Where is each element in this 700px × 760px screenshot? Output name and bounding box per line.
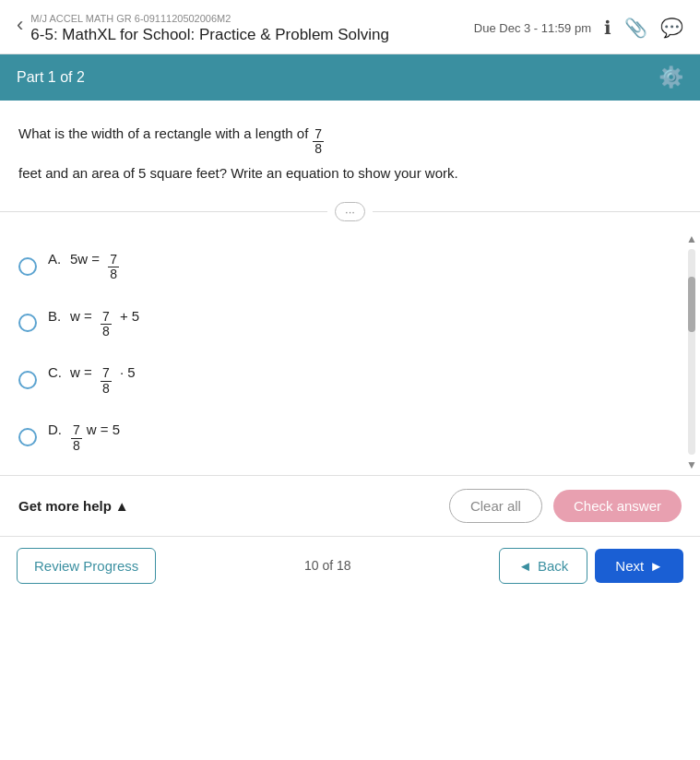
- choice-b-letter: B.: [48, 308, 65, 324]
- divider-line-right: [373, 211, 700, 212]
- next-arrow-icon: ►: [649, 558, 663, 574]
- choice-b-row[interactable]: B. w = 7 8 + 5: [18, 295, 682, 352]
- attachment-icon[interactable]: 📎: [624, 17, 647, 39]
- action-buttons: Clear all Check answer: [449, 489, 682, 523]
- review-progress-button[interactable]: Review Progress: [17, 548, 156, 584]
- fraction-denominator: 8: [313, 142, 324, 156]
- back-navigation-arrow[interactable]: ‹: [17, 15, 23, 35]
- choice-a-math: 5w = 7 8: [70, 251, 120, 282]
- settings-gear-icon[interactable]: ⚙️: [658, 65, 683, 89]
- question-area: What is the width of a rectangle with a …: [0, 101, 700, 195]
- back-button[interactable]: ◄ Back: [499, 548, 587, 584]
- action-bar: Get more help ▲ Clear all Check answer: [0, 475, 700, 536]
- due-date: Due Dec 3 - 11:59 pm: [474, 21, 591, 35]
- header-subtitle: M/J ACCEL MATH GR 6-0911120502006M2: [30, 13, 389, 24]
- choice-d-math: 7 8 w = 5: [70, 422, 120, 453]
- choice-d-letter: D.: [48, 422, 65, 437]
- question-text-after: feet and an area of 5 square feet? Write…: [18, 160, 458, 185]
- choice-c-letter: C.: [48, 364, 65, 380]
- clear-all-button[interactable]: Clear all: [449, 489, 542, 523]
- nav-buttons: ◄ Back Next ►: [499, 548, 683, 584]
- choice-a-letter: A.: [48, 251, 65, 267]
- footer-nav: Review Progress 10 of 18 ◄ Back Next ►: [0, 536, 700, 595]
- choice-b-radio[interactable]: [18, 314, 37, 332]
- info-icon[interactable]: ℹ: [604, 17, 611, 39]
- choice-a-label: A. 5w = 7 8: [48, 251, 120, 282]
- scroll-up-arrow[interactable]: ▲: [686, 232, 697, 245]
- get-more-help-label: Get more help: [18, 498, 112, 514]
- part-label: Part 1 of 2: [17, 69, 85, 86]
- fraction-numerator: 7: [313, 127, 324, 142]
- page-indicator: 10 of 18: [304, 558, 351, 573]
- question-text-before: What is the width of a rectangle with a …: [18, 121, 308, 146]
- scroll-down-arrow[interactable]: ▼: [686, 458, 697, 471]
- header-title: 6-5: MathXL for School: Practice & Probl…: [30, 26, 389, 44]
- choice-b-math: w = 7 8 + 5: [70, 308, 139, 339]
- scroll-thumb[interactable]: [688, 277, 695, 332]
- check-answer-button[interactable]: Check answer: [553, 490, 682, 522]
- question-fraction: 7 8: [313, 127, 324, 157]
- back-arrow-icon: ◄: [518, 558, 532, 574]
- header-right: Due Dec 3 - 11:59 pm ℹ 📎 💬: [474, 13, 683, 39]
- next-label: Next: [615, 558, 644, 574]
- header-title-group: M/J ACCEL MATH GR 6-0911120502006M2 6-5:…: [30, 13, 389, 44]
- scroll-track[interactable]: [688, 249, 695, 455]
- choice-d-row[interactable]: D. 7 8 w = 5: [18, 409, 682, 466]
- choice-d-label: D. 7 8 w = 5: [48, 422, 120, 453]
- back-label: Back: [538, 558, 568, 574]
- choice-c-radio[interactable]: [18, 371, 37, 389]
- choice-b-label: B. w = 7 8 + 5: [48, 308, 139, 339]
- choice-c-math: w = 7 8 · 5: [70, 364, 136, 396]
- choice-a-radio[interactable]: [18, 257, 37, 276]
- choice-c-fraction: 7 8: [101, 366, 112, 396]
- get-more-help-arrow: ▲: [115, 498, 129, 514]
- divider-section: ···: [0, 195, 700, 229]
- choice-c-row[interactable]: C. w = 7 8 · 5: [18, 351, 682, 409]
- divider-line-left: [0, 211, 327, 212]
- header-left: ‹ M/J ACCEL MATH GR 6-0911120502006M2 6-…: [17, 13, 389, 44]
- scrollbar[interactable]: ▲ ▼: [687, 229, 696, 475]
- choice-b-fraction: 7 8: [101, 310, 112, 339]
- chat-icon[interactable]: 💬: [660, 17, 683, 39]
- choice-a-row[interactable]: A. 5w = 7 8: [18, 238, 682, 295]
- question-text: What is the width of a rectangle with a …: [18, 121, 682, 185]
- next-button[interactable]: Next ►: [595, 549, 683, 583]
- part-bar: Part 1 of 2 ⚙️: [0, 54, 700, 101]
- choice-c-label: C. w = 7 8 · 5: [48, 364, 136, 396]
- choice-d-radio[interactable]: [18, 428, 37, 446]
- choice-a-fraction: 7 8: [108, 253, 119, 282]
- header: ‹ M/J ACCEL MATH GR 6-0911120502006M2 6-…: [0, 0, 700, 54]
- expand-divider-button[interactable]: ···: [335, 202, 365, 221]
- choice-d-fraction: 7 8: [71, 423, 82, 453]
- choices-area: A. 5w = 7 8 B. w = 7 8 + 5: [0, 229, 700, 475]
- get-more-help-button[interactable]: Get more help ▲: [18, 498, 129, 514]
